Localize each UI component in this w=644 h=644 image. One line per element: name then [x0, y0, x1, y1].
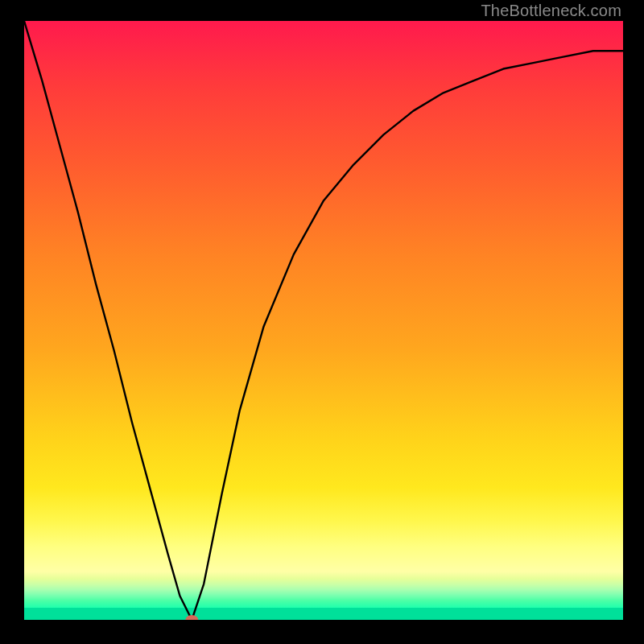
gradient-red-orange [24, 21, 623, 488]
gradient-yellow [24, 488, 623, 572]
gradient-transition [24, 572, 623, 608]
plot-area [24, 21, 623, 620]
chart-frame: TheBottleneck.com [0, 0, 644, 644]
watermark-text: TheBottleneck.com [481, 2, 621, 20]
gradient-green [24, 608, 623, 620]
background-gradient [24, 21, 623, 620]
